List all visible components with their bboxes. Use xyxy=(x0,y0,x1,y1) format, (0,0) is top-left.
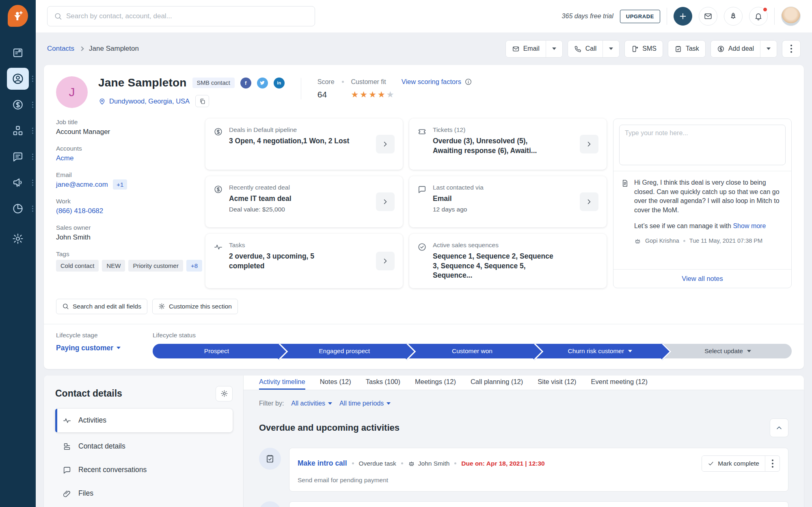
freshsales-logo[interactable] xyxy=(8,5,28,27)
add-deal-button[interactable]: Add deal xyxy=(711,41,760,57)
stage-select-update[interactable]: Select update xyxy=(664,344,792,358)
tab-site-visit[interactable]: Site visit (12) xyxy=(538,375,576,390)
summary-cards: Deals in Default pipeline 3 Open, 4 nego… xyxy=(205,119,607,288)
products-kebab-icon[interactable] xyxy=(32,128,33,134)
card-expand-button[interactable] xyxy=(376,135,395,153)
quick-add-button[interactable] xyxy=(674,7,692,26)
twitter-icon[interactable] xyxy=(257,78,268,88)
stage-prospect[interactable]: Prospect xyxy=(153,344,281,358)
stage-engaged-prospect[interactable]: Engaged prospect xyxy=(281,344,408,358)
sidebar-item-analytics[interactable] xyxy=(0,196,36,221)
filter-time-dropdown[interactable]: All time periods xyxy=(339,400,391,407)
lifecycle-stage-dropdown[interactable]: Paying customer xyxy=(56,344,153,352)
sidebar-item-conversations[interactable] xyxy=(0,145,36,169)
sidebar-item-contacts[interactable] xyxy=(0,67,36,91)
card-expand-button[interactable] xyxy=(376,192,395,211)
add-deal-dropdown-button[interactable] xyxy=(760,41,777,57)
tag-chip[interactable]: Priority customer xyxy=(128,260,183,272)
note-input[interactable] xyxy=(619,125,786,165)
sidebar-item-campaigns[interactable] xyxy=(0,170,36,195)
card-value: Overdue (3), Unresolved (5), Awaiting re… xyxy=(433,137,537,155)
panel-item-contact-team[interactable]: Contact Team xyxy=(55,505,233,507)
call-dropdown-button[interactable] xyxy=(603,41,619,57)
crown-icon xyxy=(408,460,415,467)
email-more-chip[interactable]: +1 xyxy=(113,179,127,190)
notifications-button[interactable] xyxy=(749,7,768,26)
call-button[interactable]: Call xyxy=(568,41,603,57)
panel-item-files[interactable]: Files xyxy=(55,482,233,505)
tag-chip[interactable]: NEW xyxy=(102,260,125,272)
card-expand-button[interactable] xyxy=(580,192,598,211)
tag-chip[interactable]: Cold contact xyxy=(56,260,99,272)
email-dropdown-button[interactable] xyxy=(546,41,562,57)
lifecycle-stage-label: Lifecycle stage xyxy=(56,332,153,339)
task-title-link[interactable]: Make intro call xyxy=(298,459,347,468)
copy-icon[interactable] xyxy=(195,95,209,107)
linkedin-icon[interactable]: in xyxy=(274,78,285,88)
target-icon xyxy=(417,242,427,280)
contact-name: Jane Sampleton xyxy=(98,76,187,89)
last-contacted-card: Last contacted via Email 12 days ago xyxy=(409,176,607,227)
contacts-kebab-icon[interactable] xyxy=(32,76,33,82)
breadcrumb-contacts-link[interactable]: Contacts xyxy=(47,45,74,53)
analytics-icon xyxy=(7,198,29,220)
tab-meetings[interactable]: Meetings (12) xyxy=(415,375,456,390)
card-expand-button[interactable] xyxy=(580,135,598,153)
email-link[interactable]: jane@acme.com xyxy=(56,181,108,189)
sidebar-item-settings[interactable] xyxy=(0,227,36,251)
breadcrumb-row: Contacts Jane Sampleton Email Call xyxy=(36,32,812,65)
work-phone-link[interactable]: (866) 418-0682 xyxy=(56,207,103,215)
star-icon: ★ xyxy=(351,90,359,99)
field-label: Accounts xyxy=(56,145,205,152)
stage-customer-won[interactable]: Customer won xyxy=(408,344,536,358)
account-link[interactable]: Acme xyxy=(56,154,73,162)
mark-complete-button[interactable]: Mark complete xyxy=(702,456,765,471)
tags-more-chip[interactable]: +8 xyxy=(186,260,202,272)
customize-label: Customize this section xyxy=(169,303,232,310)
note-timestamp: Tue 11 May, 2021 07:38 PM xyxy=(689,237,762,244)
analytics-kebab-icon[interactable] xyxy=(32,206,33,212)
panel-item-contact-details[interactable]: Contact details xyxy=(55,435,233,458)
tab-activity-timeline[interactable]: Activity timeline xyxy=(259,375,305,390)
more-actions-button[interactable] xyxy=(782,40,801,58)
task-button-label: Task xyxy=(686,45,699,52)
inbox-button[interactable] xyxy=(699,7,717,26)
user-avatar[interactable] xyxy=(781,6,801,26)
stage-churn-risk[interactable]: Churn risk customer xyxy=(536,344,664,358)
view-scoring-factors-link[interactable]: View scoring factors xyxy=(402,78,472,86)
customize-section-button[interactable]: Customize this section xyxy=(152,299,238,314)
sidebar-item-products[interactable] xyxy=(0,119,36,143)
location-link[interactable]: Dundywood, Georgia, USA xyxy=(109,97,190,105)
deals-kebab-icon[interactable] xyxy=(32,102,33,108)
task-more-button[interactable] xyxy=(765,456,780,471)
sms-button[interactable]: SMS xyxy=(625,41,663,57)
campaigns-kebab-icon[interactable] xyxy=(32,180,33,186)
conversations-kebab-icon[interactable] xyxy=(32,154,33,160)
collapse-section-button[interactable] xyxy=(770,419,788,437)
panel-settings-button[interactable] xyxy=(216,386,233,401)
upgrade-button[interactable]: UPGRADE xyxy=(620,10,660,23)
global-search[interactable] xyxy=(47,6,315,26)
tab-event-meeting[interactable]: Event meeting (12) xyxy=(591,375,648,390)
tab-notes[interactable]: Notes (12) xyxy=(320,375,351,390)
tab-tasks[interactable]: Tasks (100) xyxy=(366,375,400,390)
view-all-notes-link[interactable]: View all notes xyxy=(682,275,723,282)
deals-icon xyxy=(214,185,223,220)
search-edit-fields-button[interactable]: Search and edit all fields xyxy=(56,299,147,314)
filter-activities-dropdown[interactable]: All activities xyxy=(291,400,332,407)
tab-call-planning[interactable]: Call planning (12) xyxy=(471,375,523,390)
sidebar-item-deals[interactable] xyxy=(0,93,36,117)
sales-sequences-card: Active sales sequences Sequence 1, Seque… xyxy=(409,234,607,288)
whats-new-button[interactable] xyxy=(724,7,743,26)
panel-item-activities[interactable]: Activities xyxy=(55,409,233,432)
stage-label: Engaged prospect xyxy=(319,347,370,355)
show-more-link[interactable]: Show more xyxy=(733,222,766,229)
panel-item-recent-conversations[interactable]: Recent conversations xyxy=(55,458,233,482)
card-expand-button[interactable] xyxy=(376,252,395,270)
facebook-icon[interactable]: f xyxy=(240,78,251,88)
search-input[interactable] xyxy=(66,12,308,20)
email-button[interactable]: Email xyxy=(506,41,546,57)
task-button[interactable]: Task xyxy=(668,41,705,57)
sidebar-item-dashboard[interactable] xyxy=(0,41,36,65)
dot-separator xyxy=(454,462,456,464)
